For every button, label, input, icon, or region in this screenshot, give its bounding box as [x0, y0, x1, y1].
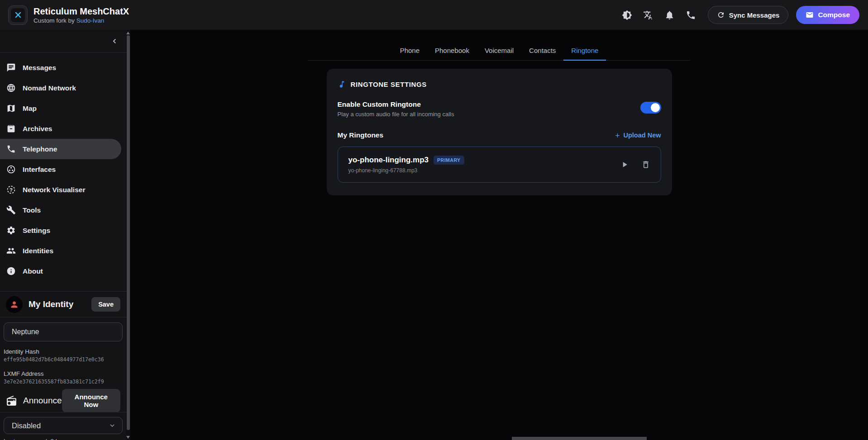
sidebar-scrollbar[interactable]	[126, 30, 130, 440]
main-horizontal-scrollbar-thumb[interactable]	[512, 437, 647, 440]
enable-custom-ringtone-toggle[interactable]	[640, 102, 661, 114]
sync-messages-label: Sync Messages	[729, 11, 780, 19]
bell-icon	[664, 10, 675, 20]
sidebar-item-map[interactable]: Map	[0, 98, 121, 118]
tab-ringtone[interactable]: Ringtone	[563, 42, 606, 60]
phone-icon	[686, 10, 696, 20]
save-button[interactable]: Save	[91, 297, 120, 312]
plus-icon	[614, 132, 621, 139]
app-logo	[8, 5, 28, 25]
compose-label: Compose	[818, 11, 850, 19]
mail-icon	[806, 11, 814, 19]
globe-icon	[6, 83, 16, 93]
people-icon	[6, 246, 16, 255]
collapse-sidebar-button[interactable]	[109, 36, 120, 47]
sidebar-item-label: About	[23, 267, 43, 275]
sidebar-scrollbar-thumb[interactable]	[127, 35, 130, 430]
translate-icon	[643, 10, 653, 20]
tab-phonebook[interactable]: Phonebook	[427, 42, 477, 60]
play-ringtone-button[interactable]	[620, 160, 629, 169]
scroll-down-arrow-icon[interactable]	[126, 436, 130, 439]
main-content: Phone Phonebook Voicemail Contacts Ringt…	[130, 30, 868, 440]
upload-new-button[interactable]: Upload New	[614, 132, 661, 139]
phone-button[interactable]	[682, 6, 700, 24]
announce-mode-select[interactable]: Disabled	[4, 417, 123, 434]
trash-icon	[641, 160, 650, 169]
translate-button[interactable]	[639, 6, 658, 24]
compose-button[interactable]: Compose	[796, 6, 859, 24]
sidebar-item-about[interactable]: About	[0, 261, 121, 281]
sidebar-item-label: Interfaces	[23, 166, 56, 174]
brand: Reticulum MeshChatX Custom fork by Sudo-…	[8, 5, 129, 25]
enable-custom-ringtone-description: Play a custom audio file for all incomin…	[338, 111, 454, 118]
lxmf-address-value: 3e7e2e37621635587fb83a381c71c2f9	[4, 378, 123, 385]
last-announced-text: Last announced: 3 hours ago	[4, 438, 123, 440]
primary-badge: PRIMARY	[434, 156, 464, 165]
wrench-icon	[6, 205, 16, 215]
sidebar-item-telephone[interactable]: Telephone	[0, 139, 121, 159]
identity-hash-value: effe95b0482d7b6c04844977d17e0c36	[4, 356, 123, 363]
refresh-icon	[717, 11, 725, 19]
identity-hash-block: Identity Hash effe95b0482d7b6c04844977d1…	[4, 348, 123, 363]
sidebar-item-label: Map	[23, 104, 37, 113]
sidebar-item-settings[interactable]: Settings	[0, 220, 121, 241]
interfaces-icon	[6, 165, 16, 174]
person-icon	[10, 300, 19, 309]
sidebar-item-label: Messages	[23, 64, 56, 72]
subtitle-prefix: Custom fork by	[33, 17, 75, 24]
sidebar-item-archives[interactable]: Archives	[0, 118, 121, 139]
scroll-up-arrow-icon[interactable]	[126, 32, 130, 34]
avatar	[6, 296, 23, 313]
x-logo-icon	[11, 8, 25, 22]
tab-contacts[interactable]: Contacts	[521, 42, 563, 60]
lxmf-address-block: LXMF Address 3e7e2e37621635587fb83a381c7…	[4, 370, 123, 385]
my-identity-title: My Identity	[29, 299, 73, 309]
telephone-icon	[6, 144, 16, 154]
sidebar-item-label: Archives	[23, 125, 52, 133]
sidebar-item-network-visualiser[interactable]: ? Network Visualiser	[0, 180, 121, 200]
lxmf-address-label: LXMF Address	[4, 370, 123, 378]
display-name-input[interactable]	[4, 322, 123, 341]
ringtone-name: yo-phone-linging.mp3	[348, 156, 429, 165]
announce-now-button[interactable]: Announce Now	[62, 389, 120, 412]
sidebar-item-tools[interactable]: Tools	[0, 200, 121, 220]
sidebar-item-nomad-network[interactable]: Nomad Network	[0, 78, 121, 98]
sidebar-item-interfaces[interactable]: Interfaces	[0, 159, 121, 180]
sidebar-collapse-row	[0, 30, 126, 52]
info-icon	[6, 266, 16, 276]
toggle-knob	[651, 103, 660, 112]
top-bar: Reticulum MeshChatX Custom fork by Sudo-…	[0, 0, 868, 30]
network-visualiser-icon: ?	[6, 185, 16, 194]
theme-toggle-icon	[622, 10, 632, 20]
chevron-down-icon	[108, 421, 116, 430]
sidebar-item-identities[interactable]: Identities	[0, 241, 121, 261]
archive-icon	[6, 124, 16, 133]
music-note-icon	[338, 80, 346, 89]
theme-toggle-button[interactable]	[618, 6, 636, 24]
notifications-button[interactable]	[661, 6, 679, 24]
ringtone-filename: yo-phone-linging-67788.mp3	[348, 167, 464, 174]
sidebar: Messages Nomad Network Map Archives Tele…	[0, 30, 126, 440]
chevron-left-icon	[110, 37, 119, 46]
tab-phone[interactable]: Phone	[392, 42, 427, 60]
sudo-ivan-link[interactable]: Sudo-Ivan	[76, 17, 105, 24]
sidebar-item-label: Settings	[23, 227, 50, 235]
sidebar-divider	[0, 317, 126, 317]
enable-custom-ringtone-row: Enable Custom Ringtone Play a custom aud…	[338, 100, 661, 118]
sync-messages-button[interactable]: Sync Messages	[708, 6, 789, 24]
sidebar-item-label: Nomad Network	[23, 84, 76, 92]
telephone-tabs: Phone Phonebook Voicemail Contacts Ringt…	[308, 42, 691, 61]
announce-title: Announce	[23, 396, 62, 406]
app-subtitle: Custom fork by Sudo-Ivan	[33, 17, 129, 24]
sidebar-item-messages[interactable]: Messages	[0, 57, 121, 78]
delete-ringtone-button[interactable]	[641, 160, 650, 169]
my-identity-header: My Identity Save	[0, 292, 126, 317]
sidebar-item-label: Network Visualiser	[23, 186, 85, 194]
card-title: RINGTONE SETTINGS	[351, 80, 427, 88]
gear-icon	[6, 226, 16, 235]
sidebar-item-label: Telephone	[23, 145, 57, 153]
my-ringtones-label: My Ringtones	[338, 131, 384, 139]
sidebar-nav: Messages Nomad Network Map Archives Tele…	[0, 53, 126, 281]
tab-voicemail[interactable]: Voicemail	[477, 42, 521, 60]
card-header: RINGTONE SETTINGS	[338, 80, 661, 89]
